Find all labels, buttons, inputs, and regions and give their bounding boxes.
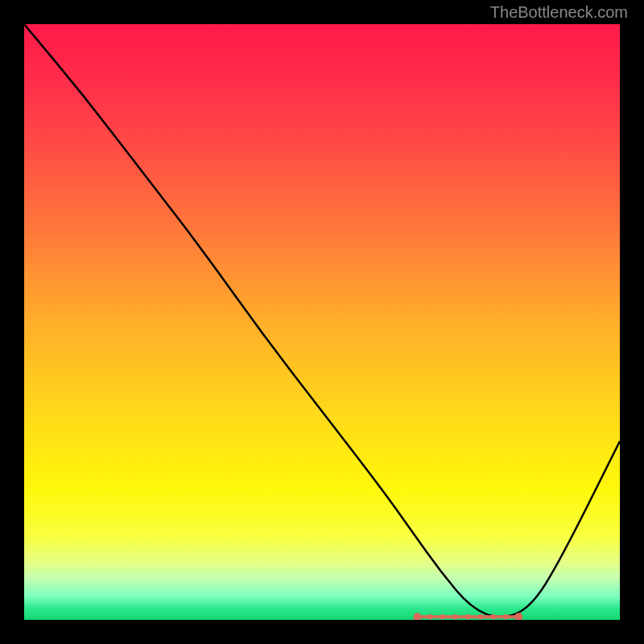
svg-point-4 bbox=[440, 614, 445, 619]
svg-point-7 bbox=[478, 614, 483, 619]
svg-point-8 bbox=[491, 614, 496, 619]
watermark-text: TheBottleneck.com bbox=[490, 3, 628, 22]
chart-plot-area bbox=[24, 24, 620, 620]
optimal-zone-markers bbox=[413, 613, 522, 620]
svg-point-6 bbox=[465, 614, 470, 619]
svg-point-5 bbox=[452, 614, 457, 619]
svg-point-2 bbox=[413, 613, 421, 620]
curve-overlay bbox=[24, 24, 620, 620]
svg-point-9 bbox=[503, 614, 508, 619]
svg-point-3 bbox=[427, 614, 432, 619]
bottleneck-curve-line bbox=[24, 24, 620, 617]
